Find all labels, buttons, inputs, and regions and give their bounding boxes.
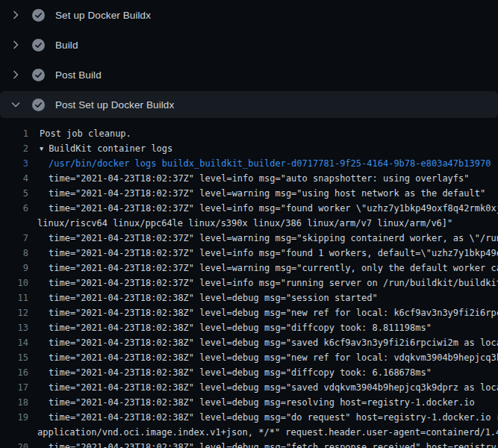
log-line: 2 ▼BuildKit container logs (0, 141, 498, 156)
step-header-2[interactable]: Post Build (0, 60, 498, 90)
line-number[interactable]: 19 (0, 410, 28, 425)
log-line: 20 time="2021-04-23T18:02:38Z" level=deb… (0, 440, 498, 448)
line-text: time="2021-04-23T18:02:38Z" level=debug … (49, 365, 432, 380)
line-text: time="2021-04-23T18:02:38Z" level=debug … (49, 380, 498, 395)
actions-log-viewer: Set up Docker Buildx Build P (0, 0, 498, 448)
line-number[interactable]: 1 (0, 126, 28, 141)
line-number[interactable]: 15 (0, 350, 28, 365)
line-text: time="2021-04-23T18:02:38Z" level=debug … (49, 440, 498, 448)
line-number[interactable]: 4 (0, 171, 28, 186)
log-line: 14 time="2021-04-23T18:02:38Z" level=deb… (0, 335, 498, 350)
line-number[interactable] (0, 216, 28, 231)
log-line: application/vnd.oci.image.index.v1+json,… (0, 425, 498, 440)
log-line: 8 time="2021-04-23T18:02:37Z" level=info… (0, 246, 498, 261)
steps-list: Set up Docker Buildx Build P (0, 0, 498, 118)
log-line: 4 time="2021-04-23T18:02:37Z" level=info… (0, 171, 498, 186)
log-line: 19 time="2021-04-23T18:02:38Z" level=deb… (0, 410, 498, 425)
check-circle-icon (32, 9, 45, 22)
line-text: time="2021-04-23T18:02:37Z" level=info m… (49, 171, 470, 186)
chevron-down-icon[interactable] (10, 99, 22, 111)
line-text: time="2021-04-23T18:02:38Z" level=debug … (49, 395, 475, 410)
chevron-right-icon[interactable] (10, 39, 22, 51)
step-header-1[interactable]: Build (0, 30, 498, 60)
check-circle-icon (32, 99, 45, 111)
line-number[interactable]: 14 (0, 335, 28, 350)
log-line: 5 time="2021-04-23T18:02:37Z" level=warn… (0, 186, 498, 201)
log-line: 15 time="2021-04-23T18:02:38Z" level=deb… (0, 350, 498, 365)
line-text: time="2021-04-23T18:02:37Z" level=info m… (49, 276, 498, 290)
line-number[interactable]: 9 (0, 261, 28, 276)
line-text: time="2021-04-23T18:02:38Z" level=debug … (49, 305, 498, 320)
line-number[interactable]: 3 (0, 156, 28, 171)
line-number[interactable]: 16 (0, 365, 28, 380)
log-line: 18 time="2021-04-23T18:02:38Z" level=deb… (0, 395, 498, 410)
line-text: time="2021-04-23T18:02:38Z" level=debug … (49, 350, 498, 365)
step-title: Post Set up Docker Buildx (55, 99, 174, 111)
step-header-0[interactable]: Set up Docker Buildx (0, 0, 498, 30)
line-number[interactable]: 7 (0, 231, 28, 246)
line-text: linux/riscv64 linux/ppc64le linux/s390x … (37, 216, 452, 231)
log-line: 17 time="2021-04-23T18:02:38Z" level=deb… (0, 380, 498, 395)
log-line: 13 time="2021-04-23T18:02:38Z" level=deb… (0, 320, 498, 335)
step-header-3[interactable]: Post Set up Docker Buildx (0, 91, 498, 118)
chevron-right-icon[interactable] (10, 9, 22, 21)
line-text: ▼BuildKit container logs (40, 141, 172, 156)
step-title: Build (55, 40, 78, 51)
log-line: 16 time="2021-04-23T18:02:38Z" level=deb… (0, 365, 498, 380)
line-text: time="2021-04-23T18:02:37Z" level=warnin… (49, 186, 485, 201)
line-number[interactable]: 11 (0, 290, 28, 305)
line-number[interactable] (0, 425, 28, 440)
chevron-right-icon[interactable] (10, 69, 22, 81)
line-text: application/vnd.oci.image.index.v1+json,… (37, 425, 498, 440)
line-number[interactable]: 10 (0, 276, 28, 290)
check-circle-icon (32, 39, 45, 52)
group-toggle-icon[interactable]: ▼ (40, 141, 43, 156)
line-text: time="2021-04-23T18:02:37Z" level=info m… (49, 246, 498, 261)
log-line: 7 time="2021-04-23T18:02:37Z" level=warn… (0, 231, 498, 246)
line-number[interactable]: 18 (0, 395, 28, 410)
log-line: 1 Post job cleanup. (0, 126, 498, 141)
line-number[interactable]: 17 (0, 380, 28, 395)
log-line: linux/riscv64 linux/ppc64le linux/s390x … (0, 216, 498, 231)
line-number[interactable]: 12 (0, 305, 28, 320)
line-text: time="2021-04-23T18:02:37Z" level=info m… (49, 201, 498, 216)
line-text: Post job cleanup. (40, 126, 131, 141)
line-text: time="2021-04-23T18:02:37Z" level=warnin… (49, 231, 498, 246)
line-number[interactable]: 2 (0, 141, 28, 156)
log-area: 1 Post job cleanup. 2 ▼BuildKit containe… (0, 119, 498, 448)
line-number[interactable]: 20 (0, 440, 28, 448)
line-number[interactable]: 8 (0, 246, 28, 261)
log-line: 3 /usr/bin/docker logs buildx_buildkit_b… (0, 156, 498, 171)
line-text: time="2021-04-23T18:02:38Z" level=debug … (49, 410, 498, 425)
step-title: Set up Docker Buildx (55, 10, 151, 21)
line-text: time="2021-04-23T18:02:38Z" level=debug … (49, 320, 432, 335)
line-text: time="2021-04-23T18:02:37Z" level=warnin… (49, 261, 498, 276)
step-title: Post Build (55, 69, 102, 81)
line-text: time="2021-04-23T18:02:38Z" level=debug … (49, 290, 378, 305)
line-number[interactable]: 5 (0, 186, 28, 201)
line-number[interactable]: 13 (0, 320, 28, 335)
log-line: 11 time="2021-04-23T18:02:38Z" level=deb… (0, 290, 498, 305)
line-number[interactable]: 6 (0, 201, 28, 216)
line-text: /usr/bin/docker logs buildx_buildkit_bui… (49, 156, 491, 171)
log-line: 10 time="2021-04-23T18:02:37Z" level=inf… (0, 276, 498, 290)
check-circle-icon (32, 69, 45, 81)
log-line: 12 time="2021-04-23T18:02:38Z" level=deb… (0, 305, 498, 320)
log-line: 6 time="2021-04-23T18:02:37Z" level=info… (0, 201, 498, 216)
log-line: 9 time="2021-04-23T18:02:37Z" level=warn… (0, 261, 498, 276)
line-text: time="2021-04-23T18:02:38Z" level=debug … (49, 335, 498, 350)
